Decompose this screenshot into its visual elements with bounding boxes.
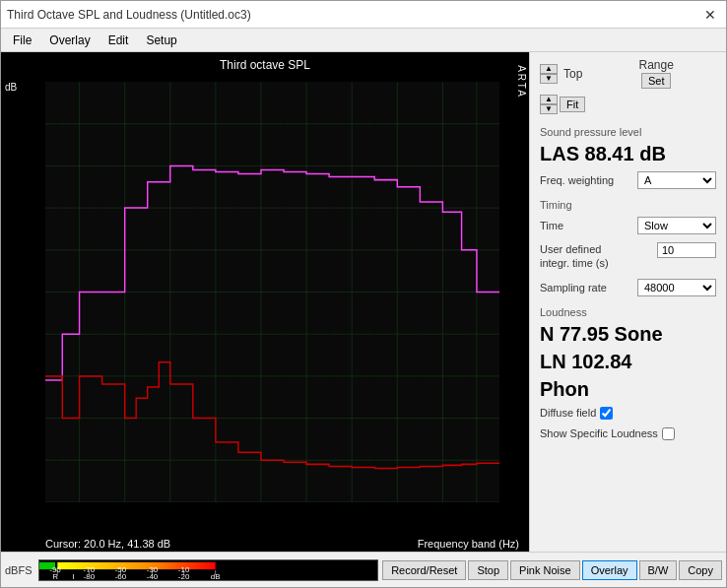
- top-controls-row: ▲ ▼ Top Range Set: [540, 58, 716, 89]
- loudness-n-value: N 77.95 Sone: [540, 322, 716, 346]
- menu-setup[interactable]: Setup: [138, 32, 184, 49]
- diffuse-field-label: Diffuse field: [540, 407, 596, 419]
- level-meter: -90 -70 -50 -30 -10 R I -80 -60 -40 -20 …: [38, 559, 379, 581]
- menu-bar: File Overlay Edit Setup: [1, 29, 726, 52]
- chart-arta: ARTA: [515, 65, 527, 98]
- right-panel: ▲ ▼ Top Range Set ▲ ▼ Fit: [529, 52, 726, 552]
- sampling-rate-row: Sampling rate 44100 48000 96000: [540, 279, 716, 296]
- main-window: Third Octave SPL and Loudness (Untitled.…: [0, 0, 727, 588]
- top-label: Top: [560, 67, 586, 81]
- range-label: Range: [634, 58, 677, 72]
- y-axis-label: dB: [5, 82, 17, 93]
- loudness-phon-value: Phon: [540, 377, 716, 401]
- show-specific-label: Show Specific Loudness: [540, 427, 658, 439]
- freq-weighting-select[interactable]: A B C: [637, 171, 716, 189]
- menu-edit[interactable]: Edit: [100, 32, 137, 49]
- spl-section-label: Sound pressure level: [540, 126, 716, 138]
- top-up-button[interactable]: ▲: [540, 64, 558, 74]
- freq-weighting-row: Freq. weighting A B C: [540, 171, 716, 189]
- stop-button[interactable]: Stop: [468, 560, 508, 580]
- sampling-label: Sampling rate: [540, 282, 607, 294]
- svg-text:-80: -80: [83, 572, 95, 579]
- time-label: Time: [540, 220, 563, 231]
- time-row: Time Fast Slow Impulse: [540, 217, 716, 234]
- window-title: Third Octave SPL and Loudness (Untitled.…: [7, 8, 251, 22]
- chart-title: Third octave SPL: [220, 58, 310, 72]
- svg-text:R: R: [52, 572, 58, 579]
- fit-up-button[interactable]: ▲: [540, 95, 558, 104]
- title-bar: Third Octave SPL and Loudness (Untitled.…: [1, 1, 726, 29]
- loudness-section-label: Loudness: [540, 306, 716, 318]
- show-specific-checkbox[interactable]: [662, 427, 675, 440]
- diffuse-field-checkbox[interactable]: [600, 407, 613, 420]
- user-integr-input[interactable]: [657, 242, 716, 258]
- cursor-info: Cursor: 20.0 Hz, 41.38 dB: [45, 538, 170, 550]
- overlay-button[interactable]: Overlay: [582, 560, 637, 580]
- svg-text:I: I: [72, 572, 74, 579]
- svg-text:-60: -60: [114, 572, 126, 579]
- bottom-buttons: Record/Reset Stop Pink Noise Overlay B/W…: [382, 560, 722, 580]
- time-select[interactable]: Fast Slow Impulse: [637, 217, 716, 234]
- loudness-ln-value: LN 102.84: [540, 350, 716, 373]
- freq-band-label: Frequency band (Hz): [418, 538, 519, 550]
- diffuse-field-row: Diffuse field: [540, 407, 716, 420]
- show-specific-row: Show Specific Loudness: [540, 427, 716, 440]
- fit-down-button[interactable]: ▼: [540, 104, 558, 114]
- bottom-bar: dBFS: [1, 552, 726, 587]
- top-down-button[interactable]: ▼: [540, 74, 558, 84]
- meter-svg: -90 -70 -50 -30 -10 R I -80 -60 -40 -20 …: [39, 560, 378, 580]
- user-integr-label: User definedintegr. time (s): [540, 242, 628, 271]
- chart-area: Third octave SPL ARTA dB: [1, 52, 529, 552]
- top-spin-group: ▲ ▼: [540, 64, 558, 84]
- pink-noise-button[interactable]: Pink Noise: [510, 560, 580, 580]
- menu-overlay[interactable]: Overlay: [41, 32, 98, 49]
- copy-button[interactable]: Copy: [679, 560, 722, 580]
- record-reset-button[interactable]: Record/Reset: [382, 560, 466, 580]
- bw-button[interactable]: B/W: [639, 560, 678, 580]
- freq-weighting-label: Freq. weighting: [540, 174, 614, 186]
- spl-value: LAS 88.41 dB: [540, 142, 716, 165]
- chart-svg: 100.0 90.0 80.0 70.0 60.0 50.0 40.0 30.0…: [45, 82, 499, 502]
- dbfs-label: dBFS: [5, 564, 33, 576]
- svg-text:-20: -20: [177, 572, 189, 579]
- close-button[interactable]: ✕: [700, 5, 720, 25]
- svg-rect-55: [57, 561, 215, 568]
- timing-section-label: Timing: [540, 199, 716, 211]
- fit-spin-group: ▲ ▼: [540, 95, 558, 114]
- fit-button[interactable]: Fit: [560, 97, 585, 112]
- set-button[interactable]: Set: [641, 73, 672, 89]
- user-integr-row: User definedintegr. time (s): [540, 242, 716, 271]
- svg-text:dB: dB: [210, 572, 220, 579]
- menu-file[interactable]: File: [5, 32, 39, 49]
- chart-wrapper: Third octave SPL ARTA dB: [1, 52, 529, 552]
- sampling-select[interactable]: 44100 48000 96000: [637, 279, 716, 296]
- svg-text:-40: -40: [146, 572, 158, 579]
- main-content: Third octave SPL ARTA dB: [1, 52, 726, 552]
